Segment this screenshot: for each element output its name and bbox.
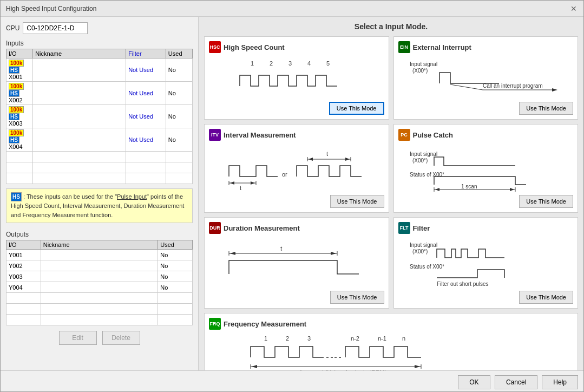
bottom-dialog-buttons: OK Cancel Help: [1, 370, 583, 391]
table-row: Y002No: [6, 260, 193, 271]
mode-title-ein: External Interrupt: [413, 43, 471, 51]
ein-x00-label: (X00*): [412, 68, 428, 74]
frq-wave1: [251, 347, 324, 357]
table-row: Y001No: [6, 250, 193, 260]
right-panel-title: Select a Input Mode.: [204, 22, 578, 31]
itv-svg: t or t: [218, 144, 375, 193]
itv-arrow2-l: [309, 158, 313, 161]
flt-svg: Input signal (X00*) Status of X00* Filte…: [407, 237, 564, 289]
use-this-mode-hsc[interactable]: Use This Mode: [329, 102, 384, 115]
info-text: : These inputs can be used for the "Puls…: [11, 193, 184, 218]
mode-title-hsc: High Speed Count: [224, 43, 285, 51]
outputs-label: Outputs: [6, 231, 193, 238]
info-box: HS : These inputs can be used for the "P…: [6, 188, 193, 223]
col-filter: Filter: [126, 49, 166, 58]
pc-status-wave: [434, 177, 526, 185]
table-row: [6, 304, 193, 315]
mode-badge-flt: FLT: [398, 222, 410, 234]
close-button[interactable]: ✕: [569, 4, 578, 13]
flt-output-wave: [437, 270, 504, 278]
pulse-label-3: 3: [288, 60, 292, 67]
pc-diagram: Input signal (X00*) Status of X00*: [398, 144, 574, 193]
use-this-mode-flt[interactable]: Use This Mode: [519, 291, 573, 304]
inputs-label: Inputs: [6, 40, 193, 47]
badge-hs: HS: [9, 136, 19, 143]
mode-title-frq: Frequency Measurement: [224, 320, 306, 328]
ein-diagram: Input signal (X00*) Call an interrupt pr…: [398, 56, 574, 100]
inputs-table: I/O Nickname Filter Used 100kHS X001 Not…: [6, 49, 193, 184]
itv-arrow-left: [230, 181, 234, 185]
ein-arrow-line: [450, 84, 483, 90]
use-this-mode-ein[interactable]: Use This Mode: [519, 102, 573, 115]
cpu-row: CPU: [6, 22, 193, 34]
itv-t-label2: t: [326, 151, 328, 157]
frq-time-label: 1 second (Hz) or 1 minute (RPM): [299, 369, 386, 370]
hsc-waveform: [240, 75, 337, 86]
hsc-diagram: 1 2 3 4 5: [209, 56, 384, 100]
itv-arrow-right: [251, 181, 255, 185]
mode-card-pulse-catch: PC Pulse Catch Input signal (X00*) Statu…: [393, 124, 579, 213]
use-this-mode-itv[interactable]: Use This Mode: [330, 195, 384, 208]
mode-title-pc: Pulse Catch: [413, 131, 453, 139]
dur-svg: t: [218, 241, 375, 285]
itv-t-label1: t: [240, 185, 241, 191]
outputs-table: I/O Nickname Used Y001No Y002No: [6, 240, 193, 325]
mode-header-pc: PC Pulse Catch: [398, 129, 574, 141]
table-row: [6, 152, 193, 162]
table-row: 100kHS X002 Not Used No: [6, 82, 193, 105]
mode-badge-itv: ITV: [209, 129, 221, 141]
cpu-input[interactable]: [23, 22, 88, 34]
out-col-used: Used: [158, 240, 193, 250]
mode-card-filter: FLT Filter Input signal (X00*) Status of…: [393, 217, 579, 309]
edit-delete-buttons: Edit Delete: [6, 331, 193, 345]
table-row: Y004No: [6, 282, 193, 293]
delete-button[interactable]: Delete: [102, 331, 140, 345]
use-this-mode-dur[interactable]: Use This Mode: [330, 291, 384, 304]
out-col-nickname: Nickname: [41, 240, 158, 250]
help-button[interactable]: Help: [542, 375, 578, 389]
badge-100k: 100k: [9, 60, 24, 67]
badge-hs: HS: [9, 67, 19, 74]
frq-label-2: 2: [286, 335, 289, 342]
main-window: High Speed Input Configuration ✕ CPU Inp…: [0, 0, 584, 392]
ein-waveform: [439, 73, 499, 83]
inputs-section: Inputs I/O Nickname Filter Used 100kHS X…: [6, 40, 193, 184]
mode-card-external-interrupt: EIN External Interrupt Input signal (X00…: [393, 36, 579, 120]
hs-info-badge: HS: [11, 192, 22, 201]
flt-input-wave: [437, 249, 504, 258]
col-nickname: Nickname: [33, 49, 126, 58]
pc-1scan-label: 1 scan: [461, 184, 477, 190]
badge-hs: HS: [9, 113, 19, 120]
frq-label-1: 1: [264, 335, 267, 342]
badge-100k: 100k: [9, 106, 24, 113]
mode-card-duration: DUR Duration Measurement: [204, 217, 389, 309]
mode-header: HSC High Speed Count: [209, 41, 384, 53]
itv-diagram: t or t: [209, 144, 384, 193]
frq-wave2: [345, 347, 421, 357]
frq-arrow-l: [252, 365, 257, 368]
ok-button[interactable]: OK: [458, 375, 490, 389]
cancel-button[interactable]: Cancel: [495, 375, 537, 389]
ein-svg: Input signal (X00*) Call an interrupt pr…: [407, 56, 564, 100]
mode-card-high-speed-count: HSC High Speed Count 1 2 3 4 5: [204, 36, 389, 120]
mode-header-dur: DUR Duration Measurement: [209, 222, 384, 234]
frq-label-n: n: [402, 335, 405, 342]
ein-call-label: Call an interrupt program: [483, 83, 543, 89]
dur-arrow-l: [230, 252, 235, 255]
window-title: High Speed Input Configuration: [6, 5, 96, 12]
badge-100k: 100k: [9, 83, 24, 90]
mode-header-flt: FLT Filter: [398, 222, 574, 234]
frq-arrow-r: [415, 365, 420, 368]
use-this-mode-pc[interactable]: Use This Mode: [519, 195, 573, 208]
mode-badge-hsc: HSC: [209, 41, 221, 53]
content-area: CPU Inputs I/O Nickname Filter Used: [1, 17, 583, 370]
mode-badge-pc: PC: [398, 129, 410, 141]
pc-svg: Input signal (X00*) Status of X00*: [407, 144, 564, 193]
itv-wave2: [297, 166, 362, 177]
hsc-svg: 1 2 3 4 5: [229, 59, 364, 97]
edit-button[interactable]: Edit: [59, 331, 97, 345]
mode-header-itv: ITV Interval Measurement: [209, 129, 384, 141]
pc-input-label: Input signal: [410, 151, 437, 157]
mode-header-frq: FRQ Frequency Measurement: [209, 318, 573, 330]
pulse-label-5: 5: [326, 60, 330, 67]
